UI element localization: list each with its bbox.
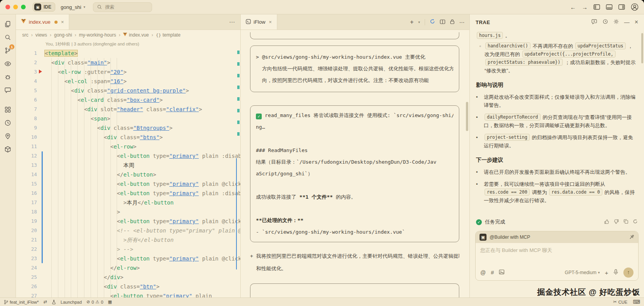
minimize-window-button[interactable]	[13, 5, 18, 9]
source-control-icon[interactable]: 1	[1, 44, 14, 57]
lock-icon[interactable]	[450, 19, 455, 25]
model-selector[interactable]: GPT-5-medium ▾	[565, 270, 600, 275]
preview-eye-icon[interactable]	[1, 57, 14, 70]
breadcrumb-item[interactable]: index.vue	[123, 32, 149, 38]
bullet-item: •这两处改动不会改变页面样式；仅修复错误导入和方法调用，消除编译警告。	[476, 93, 638, 109]
maximize-window-button[interactable]	[21, 5, 26, 9]
agent-tools-icon[interactable]	[629, 234, 634, 240]
builder-agent-icon: ▣	[480, 234, 486, 241]
launchpad-button[interactable]: Launchpad	[61, 300, 82, 304]
gutter-marker[interactable]	[39, 70, 42, 73]
line-number: 9	[16, 123, 37, 133]
nav-forward-button[interactable]: →	[582, 4, 588, 10]
settings-gear-icon[interactable]	[613, 19, 619, 26]
voice-input-icon[interactable]	[613, 269, 618, 276]
code-line: 27 <el-button type="primary" plain	[16, 291, 240, 297]
unsaved-dot-indicator[interactable]	[54, 21, 58, 24]
terminal-profile-chevron-icon[interactable]: ▾	[418, 20, 420, 24]
search-sidebar-icon[interactable]	[1, 31, 14, 44]
iflow-prompt-box: > @src/views/gong-shi/my-working-hours/i…	[250, 45, 459, 92]
line-number: 8	[16, 114, 37, 123]
account-avatar[interactable]	[631, 3, 639, 11]
agent-bar[interactable]: ▣ @Builder with MCP	[476, 231, 638, 243]
copy-response-icon[interactable]	[623, 219, 628, 225]
editor-more-actions-icon[interactable]: ⋯	[224, 14, 240, 30]
close-window-button[interactable]	[5, 5, 10, 9]
terminal-line: ### ReadManyFiles	[256, 145, 453, 156]
line-number: 25	[16, 273, 37, 282]
terminal-keyboard-icon[interactable]: ⌨	[633, 299, 640, 305]
regenerate-icon[interactable]	[633, 219, 638, 225]
breadcrumb-item[interactable]: src	[22, 32, 28, 38]
breadcrumb-separator: ›	[50, 32, 51, 38]
tab-iflow[interactable]: iFlow ×	[241, 14, 277, 30]
package-icon[interactable]	[1, 143, 14, 156]
project-dropdown[interactable]: gong_shi ▾	[61, 4, 85, 10]
global-search[interactable]: 搜索	[93, 2, 152, 12]
thumbs-up-icon[interactable]	[604, 219, 609, 226]
experiments-icon[interactable]	[52, 300, 56, 304]
thumbs-down-icon[interactable]	[614, 219, 619, 226]
breadcrumb-item[interactable]: {}template	[156, 32, 180, 38]
code-line: 7 <div slot="header" class="clearfix">	[16, 105, 240, 114]
close-panel-icon[interactable]: ×	[635, 19, 638, 26]
line-number: 17	[16, 198, 37, 207]
iflow-terminal-content[interactable]: > @src/views/gong-shi/my-working-hours/i…	[241, 30, 469, 297]
panel-grid-icon[interactable]: ▦	[108, 299, 112, 304]
mention-icon[interactable]: @	[480, 269, 486, 276]
git-branch-status[interactable]: feat_init_iFlow*	[4, 300, 39, 304]
attach-image-icon[interactable]	[499, 269, 504, 276]
location-pin-icon[interactable]	[1, 129, 14, 143]
sync-changes-icon[interactable]: ⇄	[44, 299, 47, 304]
chat-input[interactable]: 您正在与 Builder with MCP 聊天	[476, 243, 638, 265]
terminal-line	[256, 203, 453, 215]
add-attachment-icon[interactable]: +	[605, 269, 608, 276]
new-chat-icon[interactable]	[591, 19, 597, 26]
history-icon[interactable]	[1, 116, 14, 129]
code-line: 2 <div class="main">	[16, 58, 240, 67]
line-number: 21	[16, 235, 37, 245]
split-panel-icon[interactable]	[440, 19, 445, 25]
breadcrumb-item[interactable]: views	[35, 32, 47, 38]
line-number: 13	[16, 161, 37, 170]
toggle-left-sidebar-icon[interactable]	[593, 4, 600, 10]
overview-ruler[interactable]	[236, 45, 240, 297]
warnings-icon: ⚠	[96, 299, 100, 304]
breadcrumb-item[interactable]: my-working-hours	[79, 32, 116, 38]
chat-history-icon[interactable]	[602, 19, 608, 26]
selection-highlight: <template>	[45, 50, 77, 56]
success-check-icon: ✓	[256, 114, 262, 119]
send-button[interactable]: ↑	[623, 268, 634, 278]
breadcrumb-item[interactable]: gong-shi	[54, 32, 72, 38]
tab-close-icon[interactable]: ×	[269, 19, 272, 25]
toggle-right-sidebar-icon[interactable]	[618, 4, 625, 10]
extensions-icon[interactable]	[1, 103, 14, 116]
chat-panel-icon[interactable]	[1, 84, 14, 97]
chat-input-card: ▣ @Builder with MCP 您正在与 Builder with MC…	[475, 231, 639, 281]
problems-status[interactable]: ⊘ 0 ⚠ 0	[86, 299, 103, 304]
cue-status[interactable]: ✂ CUE	[613, 299, 627, 304]
context-hash-icon[interactable]: #	[491, 269, 494, 276]
indent-guide	[104, 58, 104, 297]
debug-icon[interactable]	[1, 70, 14, 84]
titlebar: ▣ IDE gong_shi ▾ 搜索 ← →	[0, 0, 644, 14]
toggle-bottom-panel-icon[interactable]	[606, 4, 612, 10]
explorer-icon[interactable]	[1, 17, 14, 31]
more-actions-icon[interactable]: ⋯	[459, 19, 465, 25]
new-terminal-icon[interactable]: +	[410, 19, 413, 26]
line-number: 4	[16, 77, 37, 86]
statusbar: feat_init_iFlow* ⇄ Launchpad ⊘ 0 ⚠ 0 ▦ ✂…	[0, 297, 644, 306]
iflow-scrollbar[interactable]	[466, 102, 468, 131]
ide-label: IDE	[44, 4, 51, 10]
bullet-marker: •	[476, 168, 484, 176]
git-modified-gutter-bar	[42, 151, 43, 263]
trae-scrollbar[interactable]	[641, 33, 643, 63]
code-editor[interactable]: 1<template>2 <div class="main">3 <el-row…	[16, 48, 240, 297]
tab-close-icon[interactable]: ×	[61, 19, 64, 25]
nav-back-button[interactable]: ←	[570, 4, 576, 10]
inline-code-chip: updateProject({...projectProfile,	[522, 51, 616, 58]
ide-mode-switcher[interactable]: ▣ IDE	[33, 2, 55, 12]
tab-index-vue[interactable]: index.vue ×	[16, 14, 69, 30]
ai-refresh-icon[interactable]	[430, 19, 435, 25]
minimize-panel-icon[interactable]: —	[624, 19, 630, 25]
